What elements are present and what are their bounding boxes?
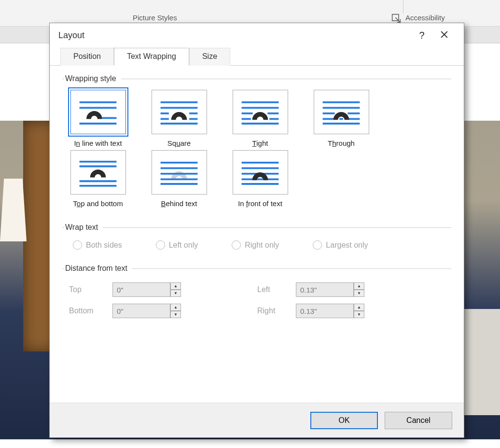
spin-down-icon: ▼ [354,311,364,318]
dialog-tabs: Position Text Wrapping Size [50,47,464,66]
help-button[interactable]: ? [411,30,433,41]
spin-down-icon: ▼ [170,290,181,297]
lamp [0,179,27,241]
input-left [296,282,354,297]
radio-both-label: Both sides [86,241,122,250]
input-top [112,282,170,297]
style-inline-icon [70,90,126,134]
ok-button[interactable]: OK [310,412,378,429]
radio-right-label: Right only [245,241,279,250]
style-behind-label: Behind text [145,199,213,208]
style-inline-label: In line with text [64,139,132,147]
tab-position[interactable]: Position [60,48,114,66]
legend-wrap-text: Wrap text [64,223,103,232]
cancel-button[interactable]: Cancel [385,412,452,429]
group-distance-from-text: Distance from text Top ▲▼ Left ▲▼ Bottom… [62,264,451,325]
style-in-front-of-text[interactable]: In front of text [226,150,294,208]
style-top-and-bottom[interactable]: Top and bottom [64,150,132,208]
spin-down-icon: ▼ [170,311,181,318]
radio-largest-only: Largest only [313,240,368,250]
legend-wrapping-style: Wrapping style [64,74,121,83]
label-right: Right [257,307,296,315]
input-right [296,304,354,318]
spinner-bottom: ▲▼ [112,304,190,318]
radio-icon [156,240,165,250]
style-tight-label: Tight [226,139,294,147]
style-through-label: Through [307,139,375,147]
style-behind-icon [152,150,207,195]
radio-icon [232,240,241,250]
radio-left-only: Left only [156,240,198,250]
style-tight-icon [233,90,288,134]
ribbon-group-picture-styles: Picture Styles [133,14,177,22]
ribbon-group-accessibility: Accessibility [405,14,445,22]
spin-up-icon: ▲ [170,304,181,311]
group-wrapping-style: Wrapping style In line with text [62,74,451,214]
spin-up-icon: ▲ [170,282,181,290]
spinner-top: ▲▼ [112,282,190,297]
dialog-launcher-icon[interactable] [391,14,401,23]
radio-icon [313,240,322,250]
style-square-label: Square [145,139,213,147]
style-square[interactable]: Square [145,90,213,147]
radio-icon [73,240,82,250]
style-square-icon [152,90,207,134]
layout-dialog: Layout ? Position Text Wrapping Size Wra… [49,23,464,438]
input-bottom [112,304,170,318]
style-front-label: In front of text [226,199,294,208]
spin-up-icon: ▲ [354,282,364,290]
style-through-icon [314,90,369,134]
radio-right-only: Right only [232,240,279,250]
radio-left-label: Left only [169,241,198,250]
style-through[interactable]: Through [307,90,375,147]
label-bottom: Bottom [69,307,112,315]
dialog-footer: OK Cancel [50,403,464,437]
legend-distance: Distance from text [64,264,132,273]
radio-largest-label: Largest only [326,241,368,250]
radio-both-sides: Both sides [73,240,122,250]
spinner-right: ▲▼ [296,304,373,318]
style-inline-with-text[interactable]: In line with text [64,90,132,147]
style-behind-text[interactable]: Behind text [145,150,213,208]
label-left: Left [257,285,296,294]
style-tight[interactable]: Tight [226,90,294,147]
dialog-title: Layout [58,30,84,41]
style-topbottom-icon [70,150,126,195]
style-front-icon [233,150,288,195]
style-topbottom-label: Top and bottom [64,199,132,208]
close-button[interactable] [433,30,455,41]
label-top: Top [69,285,112,294]
tab-text-wrapping[interactable]: Text Wrapping [114,48,189,66]
spin-down-icon: ▼ [354,290,364,297]
spinner-left: ▲▼ [296,282,373,297]
spin-up-icon: ▲ [354,304,364,311]
group-wrap-text: Wrap text Both sides Left only Right onl… [62,223,451,255]
tab-size[interactable]: Size [189,48,230,66]
dialog-titlebar: Layout ? [50,23,464,47]
